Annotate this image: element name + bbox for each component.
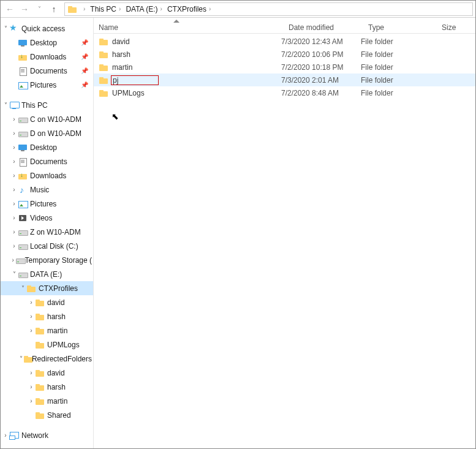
chevron-right-icon[interactable]: › bbox=[10, 130, 18, 137]
nav-item-harsh[interactable]: ›harsh bbox=[1, 380, 93, 394]
nav-item-david[interactable]: ›david bbox=[1, 366, 93, 380]
crumb-this-pc[interactable]: This PC› bbox=[88, 3, 123, 15]
chevron-down-icon[interactable]: ˅ bbox=[19, 285, 26, 292]
crumb-ctxprofiles[interactable]: CTXProfiles› bbox=[165, 3, 213, 15]
chevron-right-icon[interactable]: › bbox=[28, 299, 35, 306]
nav-item-music[interactable]: ›Music bbox=[1, 183, 93, 197]
nav-item-david[interactable]: ›david bbox=[1, 295, 93, 309]
folder-icon bbox=[35, 382, 45, 392]
nav-item-pictures[interactable]: ›Pictures bbox=[1, 197, 93, 211]
videos-icon bbox=[18, 213, 28, 223]
nav-up-button[interactable]: ↑ bbox=[47, 2, 61, 16]
chevron-right-icon[interactable]: › bbox=[10, 200, 18, 207]
nav-item-this-pc[interactable]: ˅This PC bbox=[1, 98, 93, 112]
crumb-label: This PC bbox=[90, 5, 116, 13]
nav-item-d-on-w10-adm[interactable]: ›D on W10-ADM bbox=[1, 126, 93, 140]
nav-item-desktop[interactable]: ›Desktop bbox=[1, 140, 93, 154]
chevron-right-icon[interactable]: › bbox=[10, 186, 18, 193]
nav-item-z-on-w10-adm[interactable]: ›Z on W10-ADM bbox=[1, 225, 93, 239]
nav-item-label: david bbox=[47, 369, 65, 377]
folder-icon bbox=[23, 354, 29, 364]
nav-back-button[interactable]: ← bbox=[3, 2, 17, 16]
nav-item-label: harsh bbox=[47, 312, 66, 321]
nav-item-documents[interactable]: ›Documents bbox=[1, 154, 93, 168]
chevron-right-icon[interactable]: › bbox=[28, 327, 35, 334]
column-header-size[interactable]: Size bbox=[434, 23, 475, 32]
chevron-down-icon[interactable]: ˅ bbox=[10, 271, 18, 277]
nav-item-downloads[interactable]: Downloads📌 bbox=[1, 50, 93, 64]
chevron-right-icon[interactable]: › bbox=[28, 383, 35, 390]
folder-icon bbox=[35, 340, 45, 350]
chevron-right-icon[interactable]: › bbox=[28, 369, 35, 376]
nav-item-martin[interactable]: ›martin bbox=[1, 323, 93, 338]
file-row-pj[interactable]: pj7/3/2020 2:01 AMFile folder bbox=[94, 74, 475, 86]
folder-icon bbox=[26, 284, 36, 293]
drive-icon bbox=[15, 255, 22, 265]
chevron-right-icon[interactable]: › bbox=[2, 432, 9, 439]
chevron-down-icon[interactable]: ˅ bbox=[19, 355, 23, 362]
nav-recent-button[interactable]: ˅ bbox=[32, 2, 46, 16]
chevron-right-icon[interactable]: › bbox=[10, 172, 18, 179]
folder-icon bbox=[35, 326, 45, 336]
nav-item-data-e-[interactable]: ˅DATA (E:) bbox=[1, 267, 93, 281]
file-row-martin[interactable]: martin7/2/2020 10:18 PMFile folder bbox=[94, 61, 475, 74]
crumb-label: DATA (E:) bbox=[126, 5, 157, 13]
file-list-pane: Name Date modified Type Size david7/3/20… bbox=[94, 18, 475, 448]
chevron-right-icon[interactable]: › bbox=[10, 214, 18, 221]
file-row-upmlogs[interactable]: UPMLogs7/2/2020 8:48 AMFile folder bbox=[94, 86, 475, 99]
nav-item-documents[interactable]: Documents📌 bbox=[1, 64, 93, 78]
nav-item-label: martin bbox=[47, 397, 67, 406]
nav-item-harsh[interactable]: ›harsh bbox=[1, 309, 93, 323]
chevron-down-icon[interactable]: ˅ bbox=[2, 25, 9, 32]
documents-icon bbox=[18, 157, 28, 167]
breadcrumb[interactable]: › This PC› DATA (E:)› CTXProfiles› bbox=[64, 2, 473, 16]
chevron-right-icon[interactable]: › bbox=[10, 116, 18, 123]
pin-icon: 📌 bbox=[81, 81, 92, 88]
chevron-right-icon[interactable]: › bbox=[10, 228, 18, 235]
nav-item-local-disk-c-[interactable]: ›Local Disk (C:) bbox=[1, 239, 93, 253]
nav-item-pictures[interactable]: Pictures📌 bbox=[1, 78, 93, 92]
nav-item-label: C on W10-ADM bbox=[30, 115, 81, 124]
chevron-right-icon[interactable]: › bbox=[28, 313, 35, 320]
crumb-data-e[interactable]: DATA (E:)› bbox=[123, 3, 165, 15]
navigation-pane[interactable]: ˅Quick accessDesktop📌Downloads📌Documents… bbox=[1, 18, 94, 448]
column-header-date[interactable]: Date modified bbox=[281, 23, 361, 32]
folder-icon bbox=[35, 312, 45, 322]
nav-item-network[interactable]: ›Network bbox=[1, 428, 93, 442]
desktop-icon bbox=[18, 143, 28, 153]
nav-item-label: Quick access bbox=[21, 25, 65, 33]
nav-item-label: Network bbox=[21, 431, 48, 440]
nav-item-videos[interactable]: ›Videos bbox=[1, 211, 93, 225]
nav-item-label: CTXProfiles bbox=[39, 284, 78, 293]
file-row-harsh[interactable]: harsh7/2/2020 10:06 PMFile folder bbox=[94, 48, 475, 61]
nav-item-label: This PC bbox=[21, 101, 48, 110]
nav-item-quick-access[interactable]: ˅Quick access bbox=[1, 21, 93, 36]
chevron-right-icon[interactable]: › bbox=[10, 144, 18, 151]
chevron-right-icon[interactable]: › bbox=[10, 158, 18, 165]
pin-icon: 📌 bbox=[81, 53, 92, 60]
nav-item-upmlogs[interactable]: UPMLogs bbox=[1, 338, 93, 352]
file-row-david[interactable]: david7/3/2020 12:43 AMFile folder bbox=[94, 35, 475, 48]
column-header-name[interactable]: Name bbox=[94, 23, 281, 32]
nav-item-temporary-storage-[interactable]: ›Temporary Storage ( bbox=[1, 253, 93, 267]
nav-item-downloads[interactable]: ›Downloads bbox=[1, 168, 93, 183]
chevron-right-icon[interactable]: › bbox=[28, 398, 35, 404]
pictures-icon bbox=[18, 199, 28, 209]
nav-item-ctxprofiles[interactable]: ˅CTXProfiles bbox=[1, 281, 93, 295]
nav-item-redirectedfolders[interactable]: ˅RedirectedFolders bbox=[1, 352, 93, 366]
nav-forward-button[interactable]: → bbox=[18, 2, 31, 16]
nav-item-c-on-w10-adm[interactable]: ›C on W10-ADM bbox=[1, 112, 93, 126]
documents-icon bbox=[18, 66, 28, 76]
breadcrumb-sep[interactable]: › bbox=[78, 3, 88, 15]
nav-item-desktop[interactable]: Desktop📌 bbox=[1, 36, 93, 50]
nav-item-label: Temporary Storage ( bbox=[25, 256, 92, 265]
nav-item-label: RedirectedFolders bbox=[32, 355, 92, 363]
file-type: File folder bbox=[361, 89, 434, 97]
folder-icon bbox=[99, 75, 108, 85]
chevron-right-icon[interactable]: › bbox=[10, 257, 15, 263]
column-header-type[interactable]: Type bbox=[361, 23, 434, 32]
chevron-down-icon[interactable]: ˅ bbox=[2, 102, 9, 108]
nav-item-shared[interactable]: Shared bbox=[1, 408, 93, 422]
chevron-right-icon[interactable]: › bbox=[10, 243, 18, 249]
nav-item-martin[interactable]: ›martin bbox=[1, 394, 93, 408]
